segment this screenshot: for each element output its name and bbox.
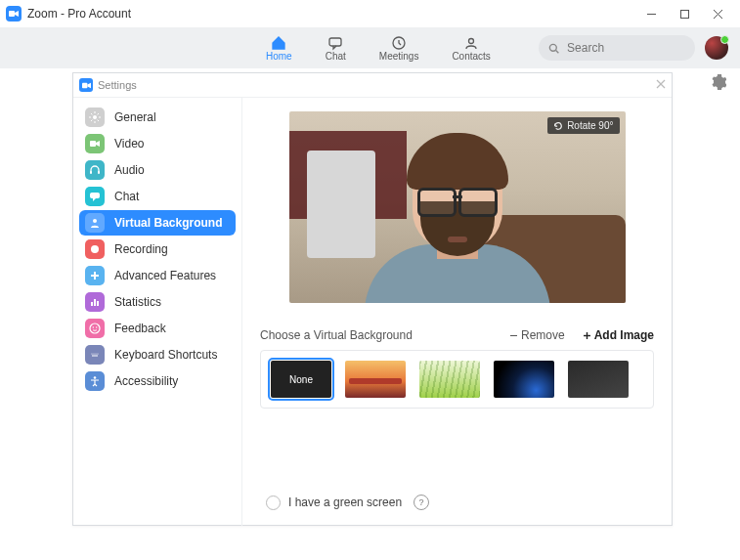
settings-title-text: Settings <box>98 79 137 91</box>
settings-gear-icon[interactable] <box>711 74 726 93</box>
sidebar-item-recording[interactable]: Recording <box>79 237 236 262</box>
vb-option-earth[interactable] <box>494 361 554 398</box>
clock-icon <box>391 35 407 51</box>
sidebar-item-label: Virtual Background <box>114 216 222 230</box>
settings-close-button[interactable] <box>656 79 666 91</box>
svg-rect-10 <box>82 82 87 87</box>
plus-icon <box>583 331 591 340</box>
sidebar-item-audio[interactable]: Audio <box>79 157 236 183</box>
svg-rect-0 <box>9 11 15 17</box>
svg-rect-31 <box>92 356 98 357</box>
svg-rect-16 <box>98 171 100 174</box>
rotate-label: Rotate 90° <box>567 120 613 131</box>
sidebar-item-label: Recording <box>114 242 168 256</box>
svg-rect-17 <box>90 193 100 198</box>
svg-point-30 <box>97 353 98 354</box>
gear-icon <box>85 108 105 127</box>
settings-titlebar: Settings <box>73 73 672 98</box>
minus-icon <box>509 331 518 340</box>
plus-icon <box>85 266 105 285</box>
sidebar-item-label: Video <box>114 137 144 151</box>
zoom-app-icon <box>6 6 22 22</box>
contacts-icon <box>463 35 479 51</box>
accessibility-icon <box>85 371 105 391</box>
svg-rect-22 <box>97 301 99 306</box>
remove-image-button[interactable]: Remove <box>509 328 565 342</box>
add-image-button[interactable]: Add Image <box>583 328 654 342</box>
vb-section-header: Choose a Virtual Background Remove Add I… <box>260 328 654 342</box>
sidebar-item-label: Statistics <box>114 295 161 309</box>
nav-home[interactable]: Home <box>266 35 292 62</box>
svg-rect-5 <box>329 38 341 46</box>
person-icon <box>85 213 105 233</box>
nav-chat[interactable]: Chat <box>326 35 346 62</box>
svg-point-19 <box>91 245 99 253</box>
vb-option-bridge[interactable] <box>345 361 406 398</box>
window-title: Zoom - Pro Account <box>27 7 131 21</box>
sidebar-item-chat[interactable]: Chat <box>79 184 236 209</box>
svg-point-25 <box>96 326 97 327</box>
svg-point-7 <box>469 38 474 43</box>
sidebar-item-label: Feedback <box>114 322 166 335</box>
svg-point-29 <box>95 353 96 354</box>
chat-icon <box>85 187 105 206</box>
maximize-button[interactable] <box>668 0 701 27</box>
sidebar-item-feedback[interactable]: Feedback <box>79 316 236 341</box>
svg-point-28 <box>93 353 94 354</box>
svg-point-13 <box>93 115 97 119</box>
nav-label: Contacts <box>452 51 490 62</box>
sidebar-item-label: Chat <box>114 190 139 203</box>
nav-meetings[interactable]: Meetings <box>379 35 419 62</box>
zoom-app-icon <box>79 78 93 92</box>
sidebar-item-shortcuts[interactable]: Keyboard Shortcuts <box>79 342 236 367</box>
headphones-icon <box>85 160 105 180</box>
sidebar-item-video[interactable]: Video <box>79 131 236 156</box>
vb-option-custom[interactable] <box>568 361 629 398</box>
svg-rect-15 <box>90 171 92 174</box>
search-input[interactable] <box>565 40 685 56</box>
svg-rect-26 <box>90 352 100 358</box>
choose-vb-label: Choose a Virtual Background <box>260 328 413 342</box>
sidebar-item-accessibility[interactable]: Accessibility <box>79 368 236 394</box>
minimize-button[interactable] <box>634 0 668 27</box>
nav-contacts[interactable]: Contacts <box>452 35 490 62</box>
keyboard-icon <box>85 345 105 365</box>
sidebar-item-advanced[interactable]: Advanced Features <box>79 263 236 288</box>
vb-option-grass[interactable] <box>419 361 480 398</box>
svg-point-27 <box>91 353 92 354</box>
nav-label: Home <box>266 51 292 62</box>
svg-point-32 <box>94 376 97 379</box>
green-screen-checkbox[interactable] <box>266 495 281 510</box>
svg-line-9 <box>556 50 559 53</box>
close-button[interactable] <box>701 0 734 27</box>
vb-thumbnails: None <box>260 350 654 409</box>
sidebar-item-general[interactable]: General <box>79 105 236 130</box>
sidebar-item-virtual-background[interactable]: Virtual Background <box>79 210 236 236</box>
nav-label: Meetings <box>379 51 419 62</box>
main-nav: Home Chat Meetings Contacts <box>266 35 491 62</box>
search-icon <box>548 42 559 55</box>
rotate-icon <box>553 121 563 131</box>
video-preview: Rotate 90° <box>289 111 626 303</box>
rotate-button[interactable]: Rotate 90° <box>547 117 619 134</box>
home-icon <box>271 35 286 51</box>
smile-icon <box>85 319 105 338</box>
sidebar-item-statistics[interactable]: Statistics <box>79 289 236 315</box>
search-box[interactable] <box>539 35 695 61</box>
chat-icon <box>327 35 343 51</box>
settings-window: Settings General Video Audio Chat Virtua… <box>72 72 673 526</box>
help-icon[interactable]: ? <box>414 495 429 510</box>
main-topbar: Home Chat Meetings Contacts <box>0 27 740 68</box>
settings-content: Rotate 90° Choose a Virtual Background R… <box>242 98 672 526</box>
vb-footer: I have a green screen ? <box>266 495 654 516</box>
settings-sidebar: General Video Audio Chat Virtual Backgro… <box>73 98 242 526</box>
video-icon <box>85 134 105 153</box>
sidebar-item-label: Accessibility <box>114 374 178 388</box>
preview-person <box>360 117 555 303</box>
vb-option-none[interactable]: None <box>271 361 331 398</box>
svg-point-18 <box>93 219 97 223</box>
sidebar-item-label: General <box>114 110 156 124</box>
stats-icon <box>85 292 105 312</box>
profile-avatar[interactable] <box>705 36 728 60</box>
window-titlebar: Zoom - Pro Account <box>0 0 740 27</box>
